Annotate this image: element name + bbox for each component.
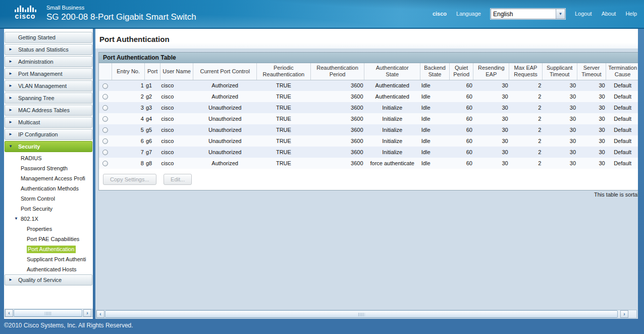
sidebar-item-vlan-management[interactable]: ►VLAN Management [5, 80, 92, 91]
column-header-user_name[interactable]: User Name [160, 63, 193, 80]
cell-reauthentication_period: 3600 [310, 158, 364, 169]
help-link[interactable]: Help [625, 11, 637, 17]
row-select-cell [99, 91, 112, 102]
main-horizontal-scrollbar[interactable]: ‹ › [96, 310, 637, 318]
row-select-radio[interactable] [102, 138, 108, 144]
column-header-quiet_period[interactable]: Quiet Period [449, 63, 473, 80]
column-header-server_timeout[interactable]: Server Timeout [577, 63, 606, 80]
sidebar-item-authentication-methods[interactable]: Authentication Methods [4, 183, 93, 194]
cell-entry_no: 5 [112, 124, 145, 135]
copy-settings-button[interactable]: Copy Settings... [103, 174, 156, 185]
sidebar-item-port-management[interactable]: ►Port Management [5, 68, 92, 79]
cell-user_name: cisco [160, 102, 193, 113]
sidebar-item-port-authentication[interactable]: Port Authentication [4, 244, 93, 254]
logout-link[interactable]: Logout [575, 11, 592, 17]
column-header-periodic_reauthentication[interactable]: Periodic Reauthentication [256, 63, 310, 80]
cell-server_timeout: 30 [577, 124, 606, 135]
sidebar-item-properties[interactable]: Properties [4, 224, 93, 234]
cell-backend_state: Idle [420, 158, 450, 169]
column-header-reauthentication_period[interactable]: Reauthentication Period [310, 63, 364, 80]
sidebar-scrollbar-thumb[interactable] [14, 309, 82, 317]
cell-supplicant_timeout: 30 [542, 158, 577, 169]
row-select-radio[interactable] [102, 105, 108, 111]
column-header-port[interactable]: Port [145, 63, 160, 80]
cell-authenticator_state: Initialize [364, 147, 420, 158]
cell-server_timeout: 30 [577, 158, 606, 169]
sidebar-item-port-security[interactable]: Port Security [4, 204, 93, 214]
sidebar-item-label: Password Strength [21, 165, 68, 171]
row-select-radio[interactable] [102, 161, 108, 166]
cell-server_timeout: 30 [577, 147, 606, 158]
table-row: 6g6ciscoUnauthorizedTRUE3600InitializeId… [99, 135, 638, 147]
chevron-right-icon: ► [9, 72, 13, 76]
sidebar-item-mac-address-tables[interactable]: ►MAC Address Tables [5, 105, 92, 116]
sidebar-item-ip-configuration[interactable]: ►IP Configuration [5, 129, 92, 140]
cell-port: g5 [145, 124, 160, 135]
sidebar-item-status-and-statistics[interactable]: ►Status and Statistics [5, 44, 92, 55]
cell-current_port_control: Unauthorized [193, 147, 256, 158]
select-column-header [99, 63, 112, 80]
sidebar-item-802-1x[interactable]: ▼802.1X [4, 214, 93, 224]
sidebar-item-management-access-profi[interactable]: Management Access Profi [4, 173, 93, 183]
sidebar-item-label: MAC Address Tables [18, 107, 70, 113]
table-row: 1g1ciscoAuthorizedTRUE3600AuthenticatedI… [99, 80, 638, 91]
cell-server_timeout: 30 [577, 80, 606, 91]
sidebar-item-multicast[interactable]: ►Multicast [5, 117, 92, 128]
scroll-left-arrow-icon[interactable]: ‹ [96, 310, 104, 318]
cell-current_port_control: Authorized [193, 91, 256, 102]
sidebar-item-port-pae-capabilities[interactable]: Port PAE Capabilities [4, 234, 93, 244]
cell-backend_state: Idle [420, 147, 450, 158]
language-select[interactable]: English ▼ [491, 9, 565, 19]
sidebar-item-supplicant-port-authenti[interactable]: Supplicant Port Authenti [4, 254, 93, 264]
main-scrollbar-thumb[interactable] [105, 310, 618, 318]
chevron-right-icon: ► [9, 132, 13, 136]
scroll-right-arrow-icon[interactable]: › [620, 310, 628, 318]
sidebar-item-authenticated-hosts[interactable]: Authenticated Hosts [4, 264, 93, 274]
sidebar-item-storm-control[interactable]: Storm Control [4, 194, 93, 204]
cell-authenticator_state: Initialize [364, 113, 420, 124]
row-select-radio[interactable] [102, 150, 108, 155]
column-header-termination_cause[interactable]: Termination Cause [606, 63, 638, 80]
cell-authenticator_state: force authenticate [364, 158, 420, 169]
row-select-radio[interactable] [102, 83, 108, 89]
cell-termination_cause: Default [606, 135, 638, 147]
column-header-current_port_control[interactable]: Current Port Control [193, 63, 256, 80]
cell-quiet_period: 60 [449, 91, 473, 102]
column-header-entry_no[interactable]: Entry No. [112, 63, 145, 80]
row-select-radio[interactable] [102, 94, 108, 100]
cell-current_port_control: Unauthorized [193, 102, 256, 113]
scroll-right-arrow-icon[interactable]: › [83, 309, 91, 317]
sidebar-item-label: Status and Statistics [18, 46, 69, 53]
sidebar-item-administration[interactable]: ►Administration [5, 56, 92, 67]
cell-entry_no: 6 [112, 135, 145, 147]
sidebar-item-radius[interactable]: RADIUS [4, 153, 93, 163]
cell-resending_eap: 30 [473, 91, 509, 102]
chevron-down-icon[interactable]: ▼ [556, 9, 565, 19]
column-header-authenticator_state[interactable]: Authenticator State [364, 63, 420, 80]
chevron-right-icon: ► [9, 108, 13, 112]
cell-resending_eap: 30 [473, 102, 509, 113]
row-select-radio[interactable] [102, 116, 108, 122]
sidebar-horizontal-scrollbar[interactable]: ‹ › [5, 309, 93, 317]
edit-button[interactable]: Edit... [164, 174, 192, 185]
column-header-supplicant_timeout[interactable]: Supplicant Timeout [542, 63, 577, 80]
top-banner: cisco Small Business SG 200-08 8-Port Gi… [0, 0, 644, 29]
cell-entry_no: 3 [112, 102, 145, 113]
column-header-backend_state[interactable]: Backend State [420, 63, 450, 80]
sidebar-item-getting-started[interactable]: Getting Started [5, 32, 92, 43]
column-header-resending_eap[interactable]: Resending EAP [473, 63, 509, 80]
cell-current_port_control: Authorized [193, 158, 256, 169]
sidebar-item-quality-of-service[interactable]: ►Quality of Service [5, 274, 92, 285]
cell-supplicant_timeout: 30 [542, 113, 577, 124]
sidebar-item-security[interactable]: ▼Security [5, 141, 92, 152]
column-header-max_eap_requests[interactable]: Max EAP Requests [509, 63, 543, 80]
sidebar-item-label: Authenticated Hosts [27, 266, 76, 272]
sidebar-item-spanning-tree[interactable]: ►Spanning Tree [5, 92, 92, 104]
cisco-bridge-icon [9, 5, 41, 12]
row-select-radio[interactable] [102, 127, 108, 133]
chevron-down-icon: ▼ [9, 145, 13, 149]
scroll-left-arrow-icon[interactable]: ‹ [5, 309, 13, 317]
sidebar-item-password-strength[interactable]: Password Strength [4, 163, 93, 173]
cell-reauthentication_period: 3600 [310, 147, 364, 158]
about-link[interactable]: About [602, 11, 616, 17]
